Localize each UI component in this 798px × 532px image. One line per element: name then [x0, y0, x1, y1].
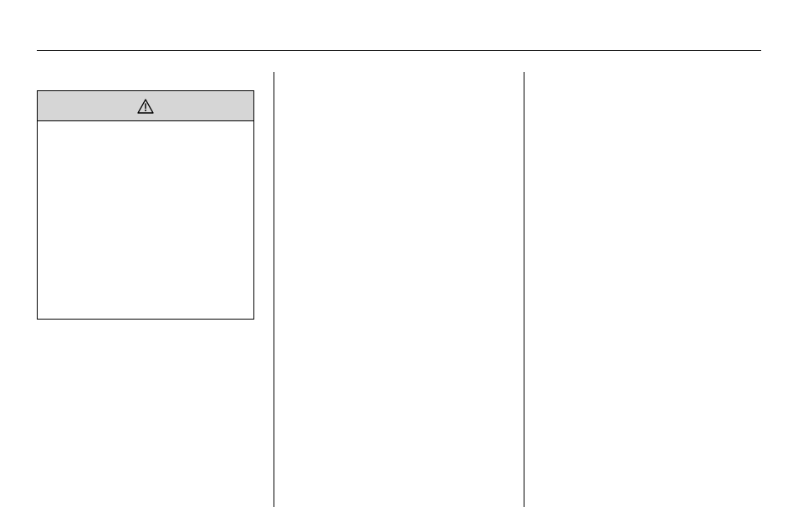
caution-header — [38, 91, 253, 121]
warning-triangle-icon — [137, 99, 154, 114]
header-divider — [37, 50, 761, 51]
document-page — [0, 0, 798, 532]
svg-point-1 — [145, 110, 146, 111]
three-column-layout — [37, 72, 761, 507]
column-2 — [274, 72, 524, 507]
caution-body — [38, 121, 253, 319]
column-3 — [524, 72, 761, 507]
column-1 — [37, 72, 274, 507]
caution-box — [37, 90, 254, 320]
